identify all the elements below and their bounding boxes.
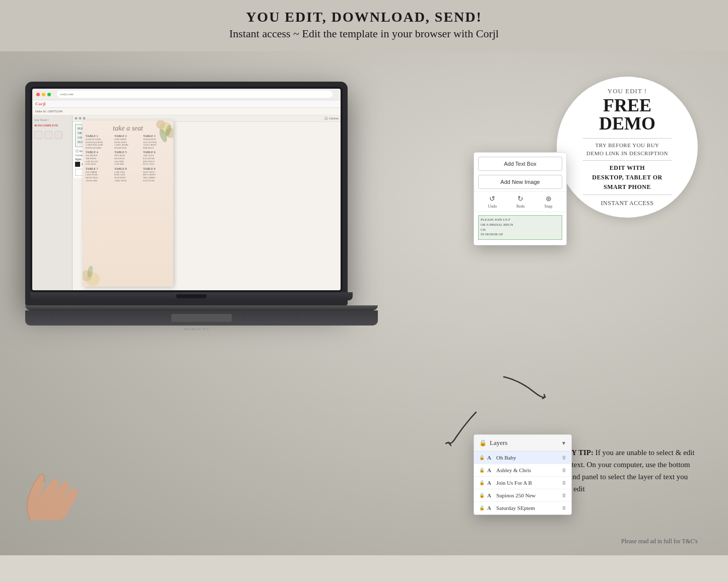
demo-edit-with: EDIT WITH DESKTOP, TABLET OR SMART PHONE: [592, 163, 662, 192]
layer-type-1: A: [487, 455, 493, 461]
panel-text-preview: PLEASE JOIN US F OR A BRIDAL BRUN CH IN …: [478, 215, 562, 240]
corjl-logo-area: Corjl: [32, 100, 341, 108]
seating-table-8: TABLE 8 CARL OPALROSE JADESEAN RUBYANNE …: [114, 167, 142, 182]
laptop-screen: corjl.com Corjl Order Id: 1500752194: [32, 89, 341, 290]
snap-tool[interactable]: ⊛ Snap: [545, 195, 553, 209]
browser-url: corjl.com: [57, 91, 333, 98]
corjl-logo-text: Corjl: [35, 101, 46, 106]
layer-name-join-us: Join Us For A B: [496, 480, 559, 486]
undo-tool[interactable]: ↺ Undo: [488, 195, 497, 209]
seating-table-5: TABLE 5 NINA ROSEMAX BLUELISA PINKJACK R…: [114, 151, 142, 165]
layer-item-supinos[interactable]: 🔒 A Supinos 250 New 🗑: [474, 489, 571, 502]
layers-chevron-icon: ▼: [561, 440, 566, 446]
add-text-box-button[interactable]: Add Text Box: [478, 157, 562, 171]
arrow-to-layers: [499, 372, 549, 404]
browser-chrome: corjl.com: [32, 89, 341, 100]
macbook-label: MacBook Pro: [25, 327, 368, 331]
demo-divider-3: [583, 195, 672, 195]
laptop-notch: [176, 294, 207, 298]
layer-type-2: A: [487, 467, 493, 473]
demo-link-text: DEMO LINK IN DESCRIPTION: [586, 149, 668, 158]
layer-lock-icon-4: 🔒: [479, 493, 484, 498]
layer-lock-icon-1: 🔒: [479, 455, 484, 460]
laptop-stand: [25, 305, 378, 310]
browser-dot-red: [36, 93, 40, 96]
laptop-container: corjl.com Corjl Order Id: 1500752194: [25, 82, 368, 331]
layer-item-oh-baby[interactable]: 🔒 A Oh Baby 🗑: [474, 451, 571, 464]
editor-content: best friend ↑ ⊗ INCOMPLETE: [32, 115, 341, 290]
layer-type-3: A: [487, 480, 493, 486]
floral-top-right: [143, 120, 173, 156]
demo-divider-2: [583, 160, 672, 161]
laptop-outer: corjl.com Corjl Order Id: 1500752194: [25, 82, 348, 305]
keyboard-area: [25, 310, 378, 326]
demo-you-edit: YOU EDIT !: [608, 87, 647, 95]
layer-item-ashley-chris[interactable]: 🔒 A Ashley & Chris 🗑: [474, 464, 571, 477]
hand-element: [15, 449, 116, 525]
layer-delete-icon-3[interactable]: 🗑: [562, 480, 566, 485]
layers-header: 🔒 Layers ▼: [474, 435, 571, 451]
seating-table-7: TABLE 7 EVE AMBERLUKE PEARLBETH CORALADA…: [86, 167, 113, 182]
seating-table-1: TABLE 1 HANNAH JONESPETER MALINGRECAREN …: [86, 135, 113, 149]
demo-circle: YOU EDIT ! FREE DEMO TRY BEFORE YOU BUY …: [557, 77, 698, 218]
floral-bottom: [83, 256, 123, 287]
undo-icon: ↺: [489, 195, 495, 203]
keyboard-trackpad: [171, 314, 232, 322]
redo-icon: ↻: [517, 195, 523, 203]
laptop-screen-bezel: corjl.com Corjl Order Id: 1500752194: [30, 87, 343, 292]
order-info-bar: Order Id: 1500752194: [32, 108, 341, 115]
layer-item-saturday[interactable]: 🔒 A Saturday SEptem 🗑: [474, 502, 571, 514]
footer-text: Please read ad in full for T&C's: [621, 538, 698, 545]
header-title: YOU EDIT, DOWNLOAD, SEND!: [10, 9, 718, 25]
seating-table-4: TABLE 4 SUE BROWNTIM WHITEJANE BLACKDAN …: [86, 151, 113, 165]
browser-dot-yellow: [42, 93, 45, 96]
panel-toolbar: ↺ Undo ↻ Redo ⊛ Snap: [474, 191, 566, 212]
layer-name-ashley-chris: Ashley & Chris: [496, 467, 559, 473]
snap-icon: ⊛: [546, 195, 552, 203]
layer-lock-icon-3: 🔒: [479, 480, 484, 485]
seating-table-9: TABLE 9 WALT ONYXIRIS GARNETNEIL AMBERFA…: [143, 167, 170, 182]
browser-dot-green: [47, 93, 51, 96]
hand-svg: [15, 449, 116, 525]
layer-delete-icon-2[interactable]: 🗑: [562, 468, 566, 473]
layer-lock-icon-2: 🔒: [479, 468, 484, 473]
editor-main: ⊕ ⊕ ⊕ ◫ Online: [73, 115, 341, 290]
laptop-base: [30, 292, 353, 300]
add-new-image-button[interactable]: Add New Image: [478, 175, 562, 189]
handy-tip: HANDY TIP: If you are unable to select &…: [549, 446, 700, 495]
seating-table-2: TABLE 2 JOHN SMITHMARY JONESCAROL HENRYF…: [114, 135, 142, 149]
layers-panel: 🔒 Layers ▼ 🔒 A Oh Baby 🗑 🔒 A Ashley & Ch…: [474, 434, 572, 515]
layers-header-title: Layers: [490, 439, 558, 447]
header-subtitle: Instant access ~ Edit the template in yo…: [10, 27, 718, 40]
layer-lock-icon-5: 🔒: [479, 505, 484, 510]
layer-type-4: A: [487, 492, 493, 498]
seating-chart-card: take a seat TABLE 1 HANNAH JONESPETER MA…: [83, 120, 173, 287]
footer: Please read ad in full for T&C's: [621, 538, 698, 545]
editor-sidebar: best friend ↑ ⊗ INCOMPLETE: [32, 115, 73, 290]
header-banner: YOU EDIT, DOWNLOAD, SEND! Instant access…: [0, 0, 728, 51]
layer-name-saturday: Saturday SEptem: [496, 505, 559, 511]
layer-type-5: A: [487, 505, 493, 511]
layer-name-oh-baby: Oh Baby: [496, 455, 559, 461]
layer-name-supinos: Supinos 250 New: [496, 492, 559, 498]
demo-try-before: TRY BEFORE YOU BUY: [595, 141, 659, 150]
layer-delete-icon-5[interactable]: 🗑: [562, 505, 566, 510]
layer-item-join-us[interactable]: 🔒 A Join Us For A B 🗑: [474, 477, 571, 489]
demo-free-text: FREE: [603, 96, 651, 114]
demo-demo-text: DEMO: [599, 114, 655, 133]
corjl-panel: Add Text Box Add New Image ↺ Undo ↻ Redo…: [474, 152, 567, 245]
main-area: corjl.com Corjl Order Id: 1500752194: [0, 51, 728, 555]
arrow-down-left: [441, 407, 481, 449]
layer-delete-icon-4[interactable]: 🗑: [562, 493, 566, 498]
panel-text-area: PLEASE JOIN US F OR A BRIDAL BRUN CH IN …: [474, 212, 566, 245]
redo-tool[interactable]: ↻ Redo: [516, 195, 525, 209]
layer-delete-icon-1[interactable]: 🗑: [562, 455, 566, 460]
demo-divider-1: [583, 138, 672, 139]
demo-instant-access: INSTANT ACCESS: [601, 200, 654, 207]
